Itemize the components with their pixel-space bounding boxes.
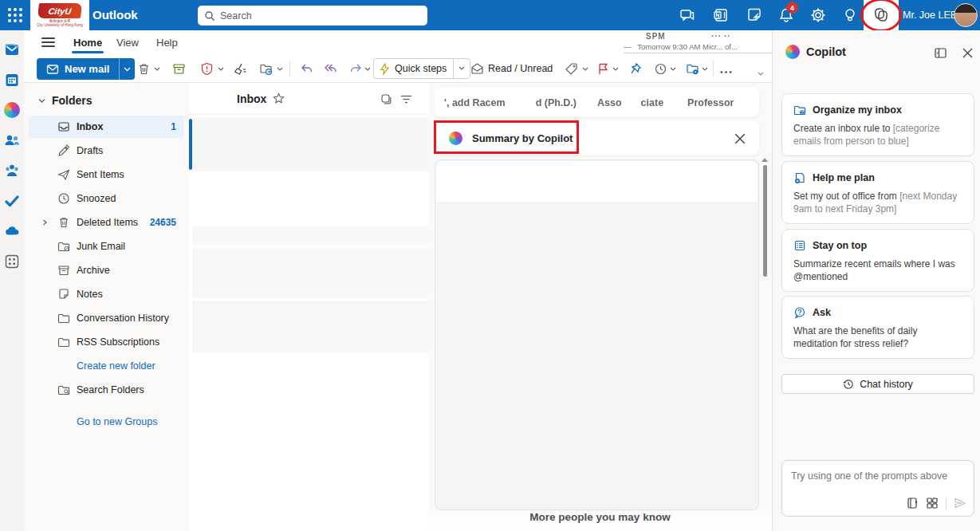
more-people-label: More people you may know bbox=[529, 511, 670, 523]
rail-more-apps-icon[interactable] bbox=[4, 254, 20, 269]
rail-groups-icon[interactable] bbox=[4, 163, 20, 179]
card-body: Summarize recent emails where I was @men… bbox=[793, 258, 955, 282]
folder-item-notes[interactable]: Notes bbox=[29, 283, 184, 305]
folder-item-sent[interactable]: Sent Items bbox=[29, 163, 184, 186]
folder-item-search-folders[interactable]: Search Folders bbox=[29, 379, 184, 401]
hamburger-menu-icon[interactable] bbox=[41, 37, 55, 48]
archive-box-icon bbox=[57, 264, 70, 277]
filter-icon[interactable] bbox=[400, 95, 412, 104]
plan-document-icon bbox=[793, 171, 806, 184]
tab-view[interactable]: View bbox=[113, 34, 142, 51]
search-input[interactable]: Search bbox=[198, 6, 427, 26]
subject-fragment: Asso bbox=[597, 97, 622, 108]
move-dropdown-chevron-icon[interactable] bbox=[277, 67, 283, 72]
lightning-bolt-icon bbox=[380, 63, 390, 75]
sticky-notes-icon[interactable] bbox=[746, 7, 762, 23]
archive-icon[interactable] bbox=[172, 62, 186, 76]
folder-item-drafts[interactable]: Drafts bbox=[29, 140, 184, 162]
prompt-card-ask[interactable]: Ask What are the benefits of daily medit… bbox=[781, 296, 974, 359]
flag-dropdown-chevron-icon[interactable] bbox=[612, 67, 619, 72]
tab-home[interactable]: Home bbox=[70, 34, 105, 51]
new-mail-dropdown[interactable] bbox=[119, 58, 135, 80]
cityu-logo[interactable]: CityU 香港城市大學 City University of Hong Kon… bbox=[30, 0, 89, 30]
sent-icon bbox=[57, 168, 70, 181]
folder-item-inbox[interactable]: Inbox 1 bbox=[29, 116, 184, 138]
folder-item-conversation-history[interactable]: Conversation History bbox=[29, 307, 184, 329]
scrollbar-thumb[interactable] bbox=[763, 165, 767, 277]
folder-item-deleted[interactable]: Deleted Items 24635 bbox=[29, 211, 184, 234]
copilot-toggle-button[interactable] bbox=[864, 0, 899, 30]
message-item-redacted[interactable] bbox=[192, 117, 428, 171]
notebook-icon[interactable] bbox=[906, 497, 919, 509]
folders-header[interactable]: Folders bbox=[38, 94, 92, 107]
ribbon-collapse-chevron-icon[interactable] bbox=[758, 72, 764, 77]
delete-icon[interactable] bbox=[137, 62, 151, 76]
expand-chevron-icon[interactable] bbox=[41, 219, 48, 226]
folder-item-rss[interactable]: RSS Subscriptions bbox=[29, 331, 184, 353]
quick-steps-dropdown[interactable] bbox=[454, 66, 470, 71]
rail-mail-icon[interactable] bbox=[4, 41, 20, 57]
rail-onedrive-icon[interactable] bbox=[4, 223, 20, 239]
favorite-star-icon[interactable] bbox=[273, 92, 285, 104]
prompt-card-organize-inbox[interactable]: Organize my inbox Create an inbox rule t… bbox=[781, 93, 974, 156]
message-item-redacted[interactable] bbox=[192, 301, 428, 353]
chat-history-button[interactable]: Chat history bbox=[781, 374, 974, 394]
forward-icon[interactable] bbox=[349, 62, 363, 76]
tag-dropdown-chevron-icon[interactable] bbox=[582, 67, 588, 72]
message-item-redacted[interactable] bbox=[192, 248, 428, 298]
send-icon[interactable] bbox=[954, 497, 966, 509]
select-messages-icon[interactable] bbox=[380, 93, 392, 105]
folder-label: Inbox bbox=[77, 121, 103, 132]
folder-item-archive[interactable]: Archive bbox=[29, 259, 184, 281]
folder-item-snoozed[interactable]: Snoozed bbox=[29, 187, 184, 210]
prompt-card-help-me-plan[interactable]: Help me plan Set my out of office from [… bbox=[781, 161, 974, 224]
snooze-clock-icon[interactable] bbox=[654, 62, 667, 76]
copilot-close-icon[interactable] bbox=[961, 46, 974, 60]
rail-todo-check-icon[interactable] bbox=[4, 193, 20, 209]
prompt-library-icon[interactable] bbox=[926, 497, 939, 509]
categorize-tag-icon[interactable] bbox=[565, 62, 578, 76]
tips-lightbulb-icon[interactable] bbox=[842, 7, 858, 23]
prompt-card-stay-on-top[interactable]: Stay on top Summarize recent emails wher… bbox=[781, 229, 974, 292]
settings-gear-icon[interactable] bbox=[810, 7, 826, 23]
tab-help[interactable]: Help bbox=[153, 34, 181, 51]
copilot-prompt-input[interactable]: Try using one of the prompts above bbox=[781, 460, 974, 517]
go-to-groups-link[interactable]: Go to new Groups bbox=[77, 416, 157, 427]
read-unread-label[interactable]: Read / Unread bbox=[488, 63, 553, 74]
quick-steps-button[interactable]: Quick steps bbox=[373, 58, 470, 79]
chat-icon[interactable] bbox=[679, 7, 695, 23]
drafts-pencil-icon bbox=[57, 144, 70, 157]
forward-dropdown-chevron-icon[interactable] bbox=[364, 67, 371, 72]
summary-close-icon[interactable] bbox=[734, 132, 746, 145]
create-new-folder-link[interactable]: Create new folder bbox=[77, 360, 155, 372]
report-dropdown-chevron-icon[interactable] bbox=[218, 67, 224, 72]
move-to-folder-icon[interactable] bbox=[259, 62, 273, 76]
rail-people-icon[interactable] bbox=[4, 132, 20, 148]
mail-compose-icon bbox=[46, 63, 59, 76]
open-in-pane-icon[interactable] bbox=[934, 46, 947, 60]
rail-copilot-icon[interactable] bbox=[4, 102, 20, 118]
user-avatar[interactable] bbox=[954, 3, 978, 27]
rules-dropdown-chevron-icon[interactable] bbox=[702, 67, 708, 72]
onenote-icon[interactable] bbox=[713, 7, 729, 23]
chevron-down-icon bbox=[38, 98, 45, 104]
folder-item-junk[interactable]: Junk Email bbox=[29, 235, 184, 258]
app-launcher-icon[interactable] bbox=[6, 6, 24, 24]
pin-icon[interactable] bbox=[628, 62, 642, 76]
flag-icon[interactable] bbox=[596, 62, 610, 76]
more-options-icon[interactable] bbox=[719, 65, 733, 79]
meeting-reminder-redacted[interactable]: SPM ··· ·· — Tomorrow 9:30 AM Micr... of… bbox=[624, 32, 783, 53]
reply-all-icon[interactable] bbox=[324, 62, 337, 76]
report-icon[interactable] bbox=[200, 62, 214, 76]
rules-folder-icon[interactable] bbox=[686, 62, 699, 76]
rail-calendar-icon[interactable] bbox=[4, 72, 20, 88]
read-unread-icon[interactable] bbox=[470, 62, 484, 76]
new-mail-button[interactable]: New mail bbox=[37, 58, 135, 80]
reply-icon[interactable] bbox=[300, 62, 313, 76]
scrollbar-up-arrow[interactable] bbox=[762, 158, 768, 162]
delete-dropdown-chevron-icon[interactable] bbox=[154, 67, 160, 72]
snooze-dropdown-chevron-icon[interactable] bbox=[670, 67, 676, 72]
people-suggestion-footer: More people you may know bbox=[428, 511, 772, 531]
sweep-icon[interactable] bbox=[234, 62, 247, 76]
folder-icon bbox=[57, 312, 70, 324]
